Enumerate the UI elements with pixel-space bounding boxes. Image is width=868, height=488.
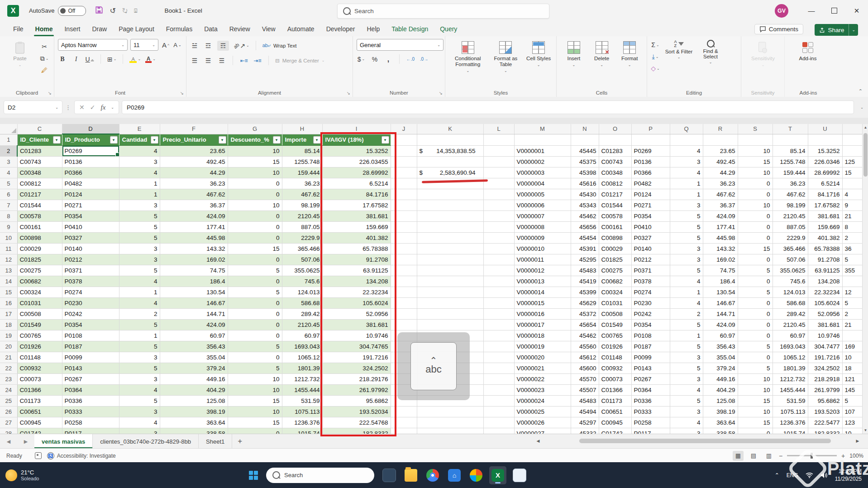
cell[interactable] [571,134,599,145]
cell[interactable]: 3 [670,352,703,363]
cell[interactable]: 2 [842,308,862,319]
cell[interactable]: 5 [670,319,703,330]
cell[interactable]: 1212.732 [773,373,808,384]
cell[interactable]: P0143 [631,363,670,373]
cell[interactable]: 0 [738,319,773,330]
cell[interactable]: C00932 [17,363,62,373]
cell[interactable] [483,319,514,330]
cell[interactable]: 1 [670,330,703,341]
cell[interactable] [417,308,483,319]
cell[interactable]: 4 [119,417,160,428]
cell[interactable]: V0000014 [514,287,571,297]
column-header[interactable]: C [17,124,62,134]
cell[interactable]: P0371 [62,265,119,276]
cell[interactable]: P0274 [631,287,670,297]
cell[interactable]: 304.74765 [322,341,391,352]
cell[interactable]: 182.8332 [322,428,391,434]
cell[interactable]: 0 [738,330,773,341]
cell[interactable]: 2120.45 [282,211,322,221]
cell[interactable]: 424.09 [160,319,228,330]
row-header[interactable]: 10 [0,232,17,243]
cell[interactable] [483,428,514,434]
cell[interactable]: 356.43 [703,341,738,352]
decrease-indent-button[interactable]: ⇤≡ [239,56,248,66]
cell[interactable] [391,276,417,287]
cell[interactable]: 84.1716 [808,189,842,200]
cell[interactable]: 1801.39 [773,363,808,373]
cell[interactable]: 355.04 [160,352,228,363]
cell[interactable]: 10 [228,167,282,178]
cell[interactable]: 381.681 [808,211,842,221]
font-color-button[interactable]: A ⌄ [145,54,156,64]
cell[interactable]: 5 [670,211,703,221]
cell[interactable]: 85.14 [282,145,322,156]
cell[interactable]: C01148 [599,352,631,363]
cell[interactable]: P0274 [62,287,119,297]
cell[interactable]: 36.37 [703,200,738,211]
cell[interactable]: C01283 [17,145,62,156]
cell[interactable]: V0000007 [514,211,571,221]
cell[interactable]: 0 [738,297,773,308]
name-box[interactable]: D2⌄ [4,100,62,114]
cell[interactable]: P0117 [631,428,670,434]
cell[interactable]: 21 [842,211,862,221]
taskbar-icon-store[interactable]: ⌂ [446,466,463,484]
vertical-scroll-thumb[interactable] [863,133,868,177]
cell[interactable]: P0354 [631,319,670,330]
accounting-format-button[interactable]: $⌄ [357,54,366,64]
cell[interactable] [842,276,862,287]
cell[interactable]: 4 [119,384,160,395]
cell[interactable]: 45419 [571,276,599,287]
ribbon-tab-formulas[interactable]: Formulas [160,23,198,36]
borders-button[interactable]: ⊞⌄ [107,54,116,64]
cell[interactable]: 1 [119,178,160,189]
cell[interactable]: C00348 [599,167,631,178]
cell[interactable]: 23.65 [703,145,738,156]
cell[interactable]: 449.16 [160,373,228,384]
cell[interactable]: 379.24 [703,363,738,373]
cell[interactable]: 2 [842,232,862,243]
cell[interactable]: 143.32 [703,243,738,254]
cell[interactable]: 144.71 [703,308,738,319]
cell[interactable]: 10 [842,352,862,363]
cell[interactable]: 222.54768 [322,417,391,428]
taskbar-icon-photos[interactable] [467,466,485,484]
row-header[interactable]: 21 [0,352,17,363]
row-header[interactable]: 5 [0,178,17,189]
decrease-decimal-button[interactable]: .0→ [420,54,429,64]
cell[interactable]: P0124 [631,189,670,200]
cell[interactable]: 130.54 [160,287,228,297]
cell[interactable]: 121 [842,373,862,384]
ribbon-tab-automate[interactable]: Automate [281,23,320,36]
delete-cells-button[interactable]: ✕ Delete⌄ [588,39,615,67]
cell[interactable]: 586.68 [282,297,322,308]
cell[interactable]: 5 [119,341,160,352]
cell[interactable]: 65.78388 [322,243,391,254]
cell[interactable] [483,297,514,308]
cell[interactable]: 45332 [571,428,599,434]
cell[interactable]: 169.02 [703,254,738,265]
cell[interactable]: 1693.043 [773,341,808,352]
cell[interactable] [483,384,514,395]
cell[interactable]: C00324 [599,287,631,297]
cell[interactable]: 365.466 [282,243,322,254]
cell[interactable]: P0187 [631,341,670,352]
cell[interactable] [808,134,842,145]
cell[interactable]: 84.1716 [322,189,391,200]
cell[interactable]: C00898 [17,232,62,243]
cell[interactable]: 10 [738,384,773,395]
cell[interactable]: 4 [670,167,703,178]
taskbar-icon-file-explorer[interactable] [402,466,420,484]
cell[interactable] [391,265,417,276]
cell[interactable]: 9 [842,200,862,211]
cell[interactable]: 45375 [571,156,599,167]
row-header[interactable]: 4 [0,167,17,178]
filter-button[interactable]: ▼ [151,136,158,144]
cell[interactable]: P0099 [62,352,119,363]
autosum-button[interactable]: Σ⌄ [651,40,660,50]
cell[interactable]: 1236.376 [282,417,322,428]
cell[interactable]: 6.5214 [808,178,842,189]
clear-button[interactable]: ◇⌄ [651,63,660,73]
cell[interactable]: 21 [842,319,862,330]
cell[interactable]: 15 [228,243,282,254]
